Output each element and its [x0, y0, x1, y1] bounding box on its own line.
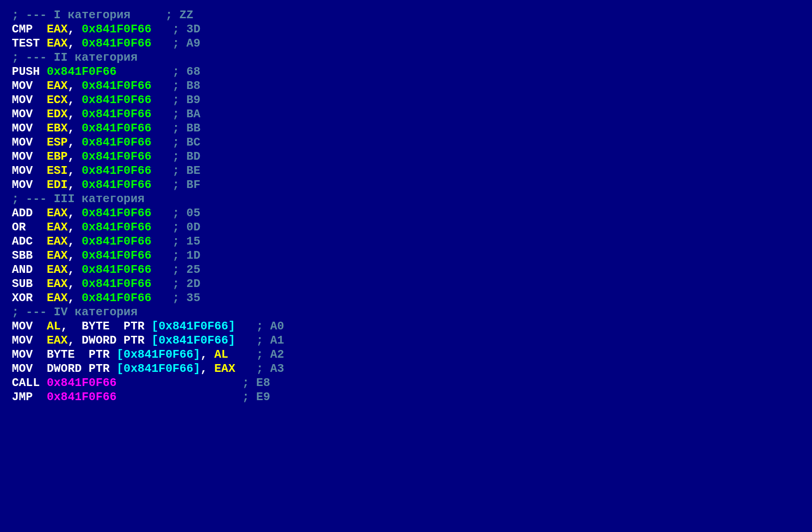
- token-cmt: ; A1: [256, 334, 284, 347]
- token-op: [151, 249, 172, 262]
- token-op: [151, 164, 172, 177]
- token-op: MOV: [12, 320, 47, 333]
- code-line: MOV BYTE PTR [0x841F0F66], AL ; A2: [12, 348, 284, 361]
- token-op: ,: [68, 136, 82, 149]
- token-imm: 0x841F0F66: [82, 263, 151, 276]
- code-line: ; --- III категория: [12, 193, 145, 206]
- token-reg: EAX: [47, 23, 68, 36]
- token-op: MOV: [12, 94, 47, 107]
- token-op: ,: [68, 108, 82, 121]
- code-line: MOV EBX, 0x841F0F66 ; BB: [12, 122, 200, 135]
- token-br: [0x841F0F66]: [117, 348, 201, 361]
- token-imm: 0x841F0F66: [82, 108, 151, 121]
- token-op: [151, 221, 172, 234]
- code-line: MOV ECX, 0x841F0F66 ; B9: [12, 94, 200, 107]
- token-op: OR: [12, 221, 47, 234]
- token-op: PUSH: [12, 65, 47, 78]
- token-op: ,: [68, 37, 82, 50]
- token-imm: 0x841F0F66: [82, 94, 151, 107]
- token-op: TEST: [12, 37, 47, 50]
- token-op: [235, 320, 256, 333]
- token-op: MOV: [12, 348, 47, 361]
- token-reg: EAX: [214, 362, 235, 376]
- token-op: ,: [61, 320, 82, 333]
- token-cmt: ; BF: [172, 178, 200, 192]
- token-op: MOV: [12, 334, 47, 347]
- code-line: ; --- II категория: [12, 51, 137, 64]
- token-op: [151, 150, 172, 163]
- code-line: MOV EAX, 0x841F0F66 ; B8: [12, 79, 200, 93]
- token-op: ,: [68, 334, 82, 347]
- token-cmt: ; BE: [172, 164, 200, 177]
- token-op: [151, 94, 172, 107]
- token-kw: DWORD PTR: [47, 362, 117, 376]
- token-reg: EAX: [47, 221, 68, 234]
- token-op: ,: [68, 249, 82, 262]
- token-reg: ESI: [47, 164, 68, 177]
- token-imm: 0x841F0F66: [82, 23, 151, 36]
- token-imm: 0x841F0F66: [82, 37, 151, 50]
- token-reg: ECX: [47, 94, 68, 107]
- token-reg: EAX: [47, 207, 68, 220]
- token-addr: 0x841F0F66: [47, 391, 117, 404]
- token-op: [151, 207, 172, 220]
- code-line: MOV EDI, 0x841F0F66 ; BF: [12, 178, 200, 192]
- token-cmt: ; 25: [172, 263, 200, 276]
- token-imm: 0x841F0F66: [82, 207, 151, 220]
- token-kw: BYTE PTR: [82, 320, 151, 333]
- token-op: ,: [200, 362, 214, 376]
- token-reg: AL: [47, 320, 61, 333]
- code-line: XOR EAX, 0x841F0F66 ; 35: [12, 292, 200, 305]
- token-op: [117, 376, 242, 390]
- token-op: [235, 362, 256, 376]
- token-op: ,: [68, 221, 82, 234]
- token-cmt: ; A0: [256, 320, 284, 333]
- code-line: MOV DWORD PTR [0x841F0F66], EAX ; A3: [12, 362, 284, 376]
- token-imm: 0x841F0F66: [82, 249, 151, 262]
- token-imm: 0x841F0F66: [82, 79, 151, 93]
- token-op: ,: [68, 277, 82, 291]
- token-op: [151, 263, 172, 276]
- token-br: [0x841F0F66]: [151, 334, 235, 347]
- code-line: MOV EAX, DWORD PTR [0x841F0F66] ; A1: [12, 334, 284, 347]
- token-cmt: ; B9: [172, 94, 200, 107]
- token-op: ,: [200, 348, 214, 361]
- token-op: MOV: [12, 122, 47, 135]
- token-addr: 0x841F0F66: [47, 376, 117, 390]
- token-br: [0x841F0F66]: [151, 320, 235, 333]
- token-cmt: ; BA: [172, 108, 200, 121]
- token-op: [151, 108, 172, 121]
- token-cmt: ; --- IV категория: [12, 306, 137, 319]
- token-cmt: ; 35: [172, 292, 200, 305]
- code-line: PUSH 0x841F0F66 ; 68: [12, 65, 200, 78]
- token-imm: 0x841F0F66: [82, 221, 151, 234]
- token-op: CALL: [12, 376, 47, 390]
- token-imm: 0x841F0F66: [82, 292, 151, 305]
- token-op: ADC: [12, 235, 47, 248]
- token-op: ADD: [12, 207, 47, 220]
- token-br: [0x841F0F66]: [117, 362, 201, 376]
- token-reg: EAX: [47, 292, 68, 305]
- token-reg: EAX: [47, 235, 68, 248]
- token-cmt: ; E8: [242, 376, 270, 390]
- token-op: AND: [12, 263, 47, 276]
- assembly-listing: ; --- I категория ; ZZ CMP EAX, 0x841F0F…: [0, 0, 812, 412]
- token-op: CMP: [12, 23, 47, 36]
- token-reg: ESP: [47, 136, 68, 149]
- token-op: ,: [68, 263, 82, 276]
- code-line: TEST EAX, 0x841F0F66 ; A9: [12, 37, 200, 50]
- token-op: [151, 79, 172, 93]
- code-line: ADC EAX, 0x841F0F66 ; 15: [12, 235, 200, 248]
- token-op: ,: [68, 122, 82, 135]
- token-reg: EAX: [47, 249, 68, 262]
- token-cmt: ; 05: [172, 207, 200, 220]
- token-reg: EDX: [47, 108, 68, 121]
- token-reg: EAX: [47, 263, 68, 276]
- token-cmt: ; 1D: [172, 249, 200, 262]
- token-op: [117, 65, 172, 78]
- token-cmt: ; 0D: [172, 221, 200, 234]
- token-cmt: ; A9: [172, 37, 200, 50]
- token-op: ,: [68, 23, 82, 36]
- code-line: MOV ESP, 0x841F0F66 ; BC: [12, 136, 200, 149]
- token-cmt: ; --- III категория: [12, 193, 145, 206]
